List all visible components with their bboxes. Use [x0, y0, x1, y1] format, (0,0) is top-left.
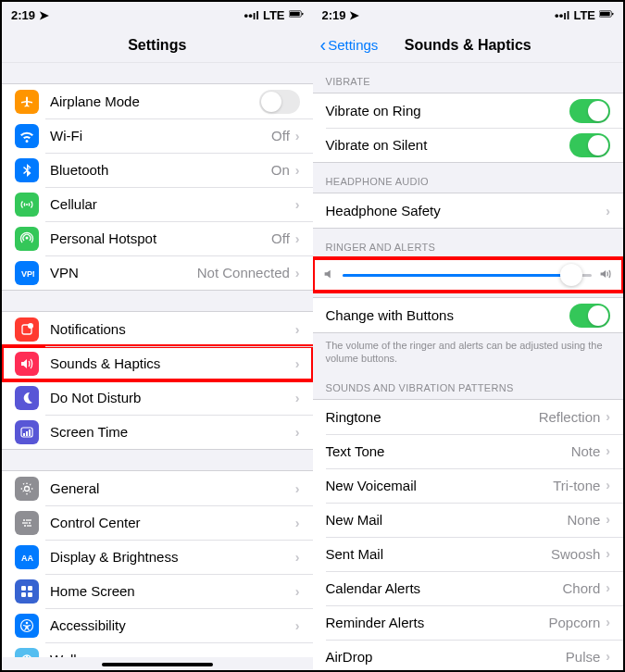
toggle-vibrate-ring[interactable]: [569, 99, 610, 123]
chevron-right-icon: ›: [606, 580, 610, 595]
row-general[interactable]: General›: [2, 471, 313, 505]
row-value: Note: [571, 443, 601, 459]
notif-icon: [15, 317, 39, 342]
row-value: Chord: [562, 580, 600, 596]
row-value: Swoosh: [551, 546, 600, 562]
row-label: Accessibility: [50, 617, 295, 633]
status-time: 2:19 ➤: [322, 8, 360, 22]
row-value: Tri-tone: [553, 478, 600, 493]
section-header-headphone: HEADPHONE AUDIO: [313, 163, 624, 193]
row-accessibility[interactable]: Accessibility›: [2, 608, 313, 642]
row-label: Wi-Fi: [50, 128, 271, 143]
signal-icon: ••ıl: [555, 8, 569, 22]
section-header-ringer: RINGER AND ALERTS: [313, 229, 624, 258]
row-value: Reflection: [539, 409, 601, 425]
chevron-right-icon: ›: [295, 266, 300, 280]
sounds-list[interactable]: VIBRATE Vibrate on Ring Vibrate on Silen…: [313, 63, 624, 670]
row-home-screen[interactable]: Home Screen›: [2, 574, 313, 608]
row-label: Cellular: [50, 196, 295, 212]
airplane-icon: [15, 90, 39, 114]
navbar: ‹ Settings Sounds & Haptics: [313, 28, 624, 63]
carrier-label: LTE: [573, 8, 595, 22]
svg-text:AA: AA: [21, 554, 33, 563]
svg-rect-25: [600, 11, 610, 16]
row-label: New Voicemail: [326, 478, 554, 493]
row-screen-time[interactable]: Screen Time›: [2, 415, 313, 449]
back-button[interactable]: ‹ Settings: [320, 34, 379, 56]
row-label: Calendar Alerts: [326, 580, 563, 596]
row-headphone-safety[interactable]: Headphone Safety ›: [313, 193, 624, 228]
row-do-not-disturb[interactable]: Do Not Disturb›: [2, 380, 313, 415]
svg-rect-16: [28, 592, 32, 597]
chevron-right-icon: ›: [606, 546, 610, 561]
chevron-right-icon: ›: [295, 197, 300, 212]
row-airdrop[interactable]: AirDropPulse›: [313, 640, 624, 670]
row-vibrate-on-silent[interactable]: Vibrate on Silent: [313, 128, 624, 162]
signal-icon: ••ıl: [244, 8, 259, 22]
row-sounds-haptics[interactable]: Sounds & Haptics›: [2, 346, 313, 380]
row-wallpaper[interactable]: Wallpaper›: [2, 642, 313, 657]
svg-rect-2: [302, 12, 303, 15]
chevron-right-icon: ›: [295, 356, 300, 371]
row-sent-mail[interactable]: Sent MailSwoosh›: [313, 537, 624, 571]
row-control-center[interactable]: Control Center›: [2, 505, 313, 540]
row-reminder-alerts[interactable]: Reminder AlertsPopcorn›: [313, 605, 624, 640]
row-bluetooth[interactable]: BluetoothOn›: [2, 153, 313, 187]
row-airplane-mode[interactable]: Airplane Mode: [2, 84, 313, 118]
chevron-right-icon: ›: [606, 409, 610, 424]
row-new-voicemail[interactable]: New VoicemailTri-tone›: [313, 468, 624, 503]
toggle-vibrate-silent[interactable]: [569, 133, 610, 157]
navbar: Settings: [2, 28, 313, 63]
svg-rect-15: [21, 592, 26, 597]
display-icon: AA: [15, 545, 39, 569]
row-label: Vibrate on Ring: [326, 103, 570, 118]
battery-icon: [289, 6, 304, 24]
row-notifications[interactable]: Notifications›: [2, 312, 313, 346]
chevron-right-icon: ›: [295, 163, 300, 178]
row-label: Display & Brightness: [50, 549, 295, 565]
chevron-right-icon: ›: [606, 615, 610, 629]
bluetooth-icon: [15, 158, 39, 182]
row-personal-hotspot[interactable]: Personal HotspotOff›: [2, 221, 313, 255]
row-label: Sounds & Haptics: [50, 355, 295, 371]
row-cellular[interactable]: Cellular›: [2, 187, 313, 221]
row-label: Headphone Safety: [326, 203, 606, 218]
row-change-with-buttons[interactable]: Change with Buttons: [313, 298, 624, 332]
row-label: Home Screen: [50, 583, 295, 599]
row-display-brightness[interactable]: AADisplay & Brightness›: [2, 540, 313, 574]
chevron-right-icon: ›: [295, 322, 300, 337]
volume-slider[interactable]: [343, 274, 593, 277]
row-label: Change with Buttons: [326, 307, 570, 323]
row-vpn[interactable]: VPNVPNNot Connected›: [2, 255, 313, 290]
ringer-volume-group: [313, 258, 624, 292]
home-indicator[interactable]: [102, 663, 213, 666]
chevron-right-icon: ›: [295, 618, 300, 633]
section-header-vibrate: VIBRATE: [313, 63, 624, 93]
svg-rect-14: [28, 586, 32, 591]
svg-rect-26: [612, 12, 613, 15]
row-wi-fi[interactable]: Wi-FiOff›: [2, 118, 313, 153]
row-vibrate-on-ring[interactable]: Vibrate on Ring: [313, 93, 624, 128]
page-title: Sounds & Haptics: [405, 37, 531, 54]
toggle[interactable]: [259, 90, 300, 114]
settings-list[interactable]: Airplane ModeWi-FiOff›BluetoothOn›Cellul…: [2, 63, 313, 657]
svg-point-20: [26, 655, 28, 657]
row-ringtone[interactable]: RingtoneReflection›: [313, 400, 624, 434]
row-label: Bluetooth: [50, 162, 271, 178]
svg-point-6: [28, 323, 33, 329]
vpn-icon: VPN: [15, 261, 39, 285]
row-label: Screen Time: [50, 424, 295, 440]
row-label: Personal Hotspot: [50, 230, 271, 246]
dnd-icon: [15, 386, 39, 410]
toggle-change-buttons[interactable]: [569, 304, 610, 328]
row-calendar-alerts[interactable]: Calendar AlertsChord›: [313, 571, 624, 605]
chevron-right-icon: ›: [295, 425, 300, 440]
volume-slider-row[interactable]: [313, 259, 624, 291]
hotspot-icon: [15, 227, 39, 251]
row-new-mail[interactable]: New MailNone›: [313, 503, 624, 537]
svg-point-3: [26, 236, 29, 239]
sounds-haptics-screen: 2:19 ➤ ••ıl LTE ‹ Settings Sounds & Hapt…: [313, 2, 624, 670]
svg-point-11: [24, 525, 26, 527]
row-label: Reminder Alerts: [326, 615, 549, 630]
row-text-tone[interactable]: Text ToneNote›: [313, 434, 624, 468]
